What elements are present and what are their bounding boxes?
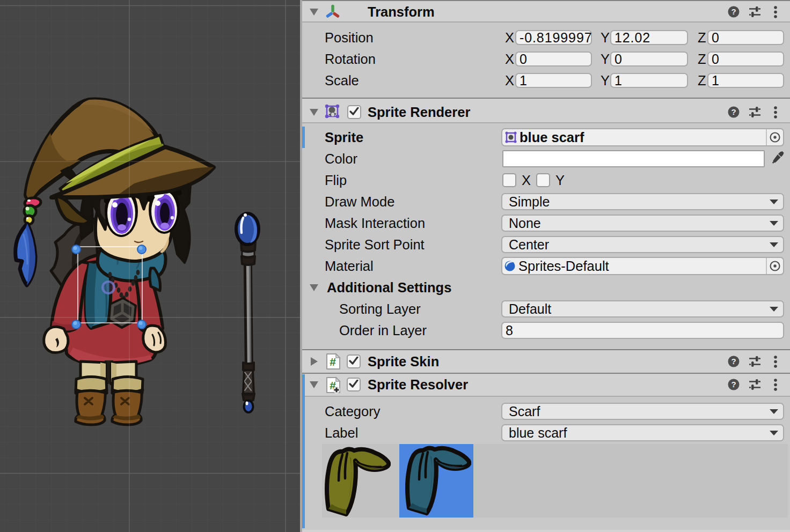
svg-text:?: ?: [731, 357, 736, 366]
svg-text:#: #: [330, 356, 336, 368]
svg-text:?: ?: [731, 380, 736, 389]
svg-text:?: ?: [731, 107, 736, 116]
svg-text:?: ?: [731, 7, 736, 16]
